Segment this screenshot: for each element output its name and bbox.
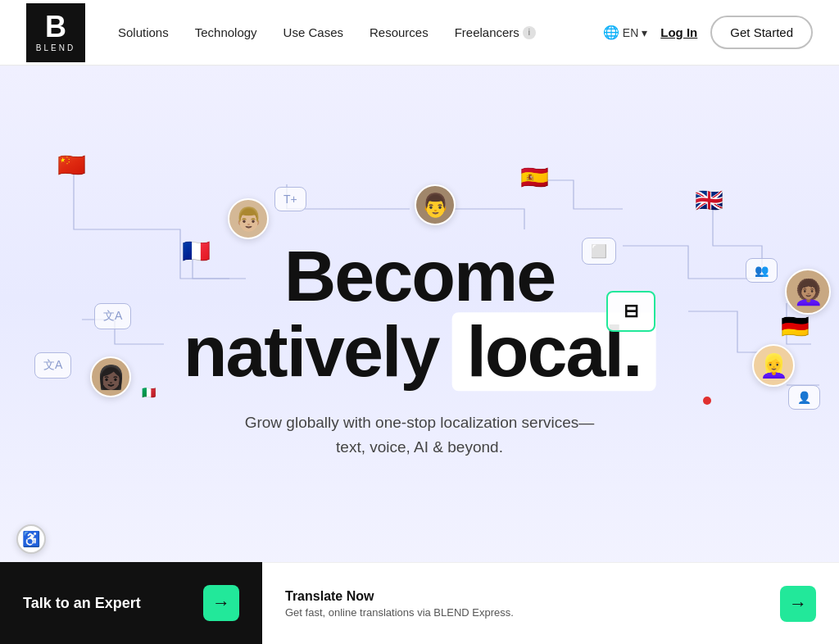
avatar-3: 👨 xyxy=(415,184,456,225)
logo-name: BLEND xyxy=(36,43,75,52)
freelancers-info-icon[interactable]: i xyxy=(523,26,536,39)
logo[interactable]: B BLEND xyxy=(26,3,85,62)
nav-use-cases[interactable]: Use Cases xyxy=(283,25,343,39)
translate-sub: Get fast, online translations via BLEND … xyxy=(285,606,514,619)
translate-content: Translate Now Get fast, online translati… xyxy=(285,589,514,619)
nav-freelancers[interactable]: Freelancers xyxy=(455,25,519,39)
image-icon: ⬜ xyxy=(591,243,607,259)
avatar-1: 👩🏿 xyxy=(90,356,131,397)
nav-technology[interactable]: Technology xyxy=(195,25,257,39)
expert-arrow[interactable]: → xyxy=(203,585,239,621)
france-flag: 🇫🇷 xyxy=(182,238,211,265)
people-icon: 👥 xyxy=(755,264,769,277)
hero-line2: natively local. xyxy=(184,312,656,391)
translate-icon-1: 文A xyxy=(103,309,122,324)
login-button[interactable]: Log In xyxy=(660,25,697,39)
accessibility-icon: ♿ xyxy=(22,530,40,548)
nav-resources[interactable]: Resources xyxy=(370,25,429,39)
globe-icon: 🌐 xyxy=(603,25,619,40)
avatar-5: 👱‍♀️ xyxy=(752,344,795,387)
italy-flag: 🇮🇹 xyxy=(142,385,156,400)
hero-natively: natively xyxy=(184,315,439,388)
nav-solutions[interactable]: Solutions xyxy=(118,25,169,39)
navbar: B BLEND Solutions Technology Use Cases R… xyxy=(0,0,839,66)
translate-title: Translate Now xyxy=(285,589,514,604)
accessibility-button[interactable]: ♿ xyxy=(16,524,46,554)
logo-letter: B xyxy=(45,12,66,42)
blend-logo-box: ⊟ xyxy=(606,291,655,332)
translate-icon-2: 文A xyxy=(43,358,62,373)
avatar-4: 👩🏽‍🦱 xyxy=(785,269,831,315)
avatar-2: 👨🏼 xyxy=(228,198,269,239)
spain-flag: 🇪🇸 xyxy=(520,164,549,191)
red-dot xyxy=(703,397,711,405)
translate-icon-box-1: 文A xyxy=(94,303,131,329)
person-icon: 👤 xyxy=(797,391,811,404)
china-flag: 🇨🇳 xyxy=(57,152,86,179)
hero-sub-line2: text, voice, AI & beyond. xyxy=(336,439,503,456)
get-started-button[interactable]: Get Started xyxy=(710,16,813,49)
translate-arrow[interactable]: → xyxy=(780,586,816,622)
translate-now-card[interactable]: Translate Now Get fast, online translati… xyxy=(262,562,839,644)
lang-label: EN xyxy=(623,26,638,39)
germany-flag: 🇩🇪 xyxy=(781,313,810,340)
hero-sub-line1: Grow globally with one-stop localization… xyxy=(245,414,595,431)
expert-label: Talk to an Expert xyxy=(23,595,141,612)
people-icon-box: 👥 xyxy=(746,258,778,283)
hero-content: Become natively local. Grow globally wit… xyxy=(184,240,656,460)
hero-section: 🇨🇳 文A 文A 👩🏿 🇫🇷 🇮🇹 👨🏼 T+ 👨 🇪🇸 ⬜ ⊟ xyxy=(0,66,839,644)
nav-right: 🌐 EN ▾ Log In Get Started xyxy=(603,16,813,49)
image-icon-box: ⬜ xyxy=(582,238,616,265)
talk-to-expert-card[interactable]: Talk to an Expert → xyxy=(0,562,262,644)
nav-links: Solutions Technology Use Cases Resources… xyxy=(118,25,603,39)
translate-icon-box-2: 文A xyxy=(34,352,71,379)
person-icon-box: 👤 xyxy=(788,385,820,410)
bottom-cards: Talk to an Expert → Translate Now Get fa… xyxy=(0,562,839,644)
text-icon-box: T+ xyxy=(274,187,306,211)
language-selector[interactable]: 🌐 EN ▾ xyxy=(603,25,647,40)
uk-flag: 🇬🇧 xyxy=(695,187,723,214)
text-icon: T+ xyxy=(283,193,297,206)
hero-subtitle: Grow globally with one-stop localization… xyxy=(184,410,656,460)
nav-freelancers-wrap: Freelancers i xyxy=(455,25,536,39)
lang-chevron: ▾ xyxy=(642,26,647,39)
